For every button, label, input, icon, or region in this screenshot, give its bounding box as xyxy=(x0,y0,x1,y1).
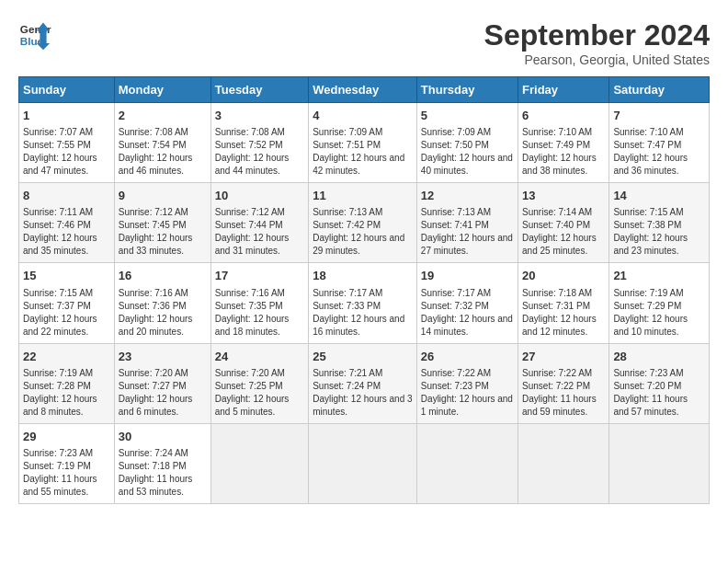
calendar-subtitle: Pearson, Georgia, United States xyxy=(484,52,710,67)
day-number: 3 xyxy=(215,108,304,124)
calendar-cell: 19Sunrise: 7:17 AMSunset: 7:32 PMDayligh… xyxy=(416,263,518,343)
day-number: 13 xyxy=(522,188,605,204)
day-number: 12 xyxy=(421,188,514,204)
calendar-cell: 8Sunrise: 7:11 AMSunset: 7:46 PMDaylight… xyxy=(19,183,115,263)
day-number: 29 xyxy=(23,429,110,445)
generalblue-logo-icon: General Blue xyxy=(18,18,51,52)
calendar-cell: 29Sunrise: 7:23 AMSunset: 7:19 PMDayligh… xyxy=(19,423,115,503)
weekday-header-thursday: Thursday xyxy=(416,77,518,103)
day-number: 5 xyxy=(421,108,514,124)
cell-content: Sunrise: 7:22 AMSunset: 7:23 PMDaylight:… xyxy=(421,367,514,419)
calendar-cell: 11Sunrise: 7:13 AMSunset: 7:42 PMDayligh… xyxy=(309,183,417,263)
cell-content: Sunrise: 7:16 AMSunset: 7:36 PMDaylight:… xyxy=(119,287,207,339)
calendar-cell: 26Sunrise: 7:22 AMSunset: 7:23 PMDayligh… xyxy=(416,343,518,423)
calendar-cell: 4Sunrise: 7:09 AMSunset: 7:51 PMDaylight… xyxy=(309,103,417,183)
weekday-header-row: SundayMondayTuesdayWednesdayThursdayFrid… xyxy=(19,77,710,103)
calendar-cell: 15Sunrise: 7:15 AMSunset: 7:37 PMDayligh… xyxy=(19,263,115,343)
day-number: 18 xyxy=(313,268,413,284)
calendar-cell: 22Sunrise: 7:19 AMSunset: 7:28 PMDayligh… xyxy=(19,343,115,423)
calendar-cell xyxy=(609,423,710,503)
day-number: 10 xyxy=(215,188,304,204)
calendar-cell: 14Sunrise: 7:15 AMSunset: 7:38 PMDayligh… xyxy=(609,183,710,263)
day-number: 20 xyxy=(522,268,605,284)
day-number: 17 xyxy=(215,268,304,284)
calendar-cell: 6Sunrise: 7:10 AMSunset: 7:49 PMDaylight… xyxy=(518,103,609,183)
calendar-cell: 23Sunrise: 7:20 AMSunset: 7:27 PMDayligh… xyxy=(114,343,210,423)
calendar-cell: 9Sunrise: 7:12 AMSunset: 7:45 PMDaylight… xyxy=(114,183,210,263)
calendar-cell: 5Sunrise: 7:09 AMSunset: 7:50 PMDaylight… xyxy=(416,103,518,183)
cell-content: Sunrise: 7:12 AMSunset: 7:45 PMDaylight:… xyxy=(119,206,207,258)
day-number: 14 xyxy=(613,188,705,204)
day-number: 22 xyxy=(23,349,110,365)
day-number: 16 xyxy=(119,268,207,284)
cell-content: Sunrise: 7:17 AMSunset: 7:32 PMDaylight:… xyxy=(421,287,514,339)
calendar-cell: 30Sunrise: 7:24 AMSunset: 7:18 PMDayligh… xyxy=(114,423,210,503)
calendar-cell xyxy=(416,423,518,503)
calendar-cell: 21Sunrise: 7:19 AMSunset: 7:29 PMDayligh… xyxy=(609,263,710,343)
calendar-cell: 25Sunrise: 7:21 AMSunset: 7:24 PMDayligh… xyxy=(309,343,417,423)
calendar-cell: 28Sunrise: 7:23 AMSunset: 7:20 PMDayligh… xyxy=(609,343,710,423)
cell-content: Sunrise: 7:22 AMSunset: 7:22 PMDaylight:… xyxy=(522,367,605,419)
calendar-week-row: 1Sunrise: 7:07 AMSunset: 7:55 PMDaylight… xyxy=(19,103,710,183)
calendar-cell: 24Sunrise: 7:20 AMSunset: 7:25 PMDayligh… xyxy=(210,343,308,423)
cell-content: Sunrise: 7:20 AMSunset: 7:27 PMDaylight:… xyxy=(119,367,207,419)
title-block: September 2024 Pearson, Georgia, United … xyxy=(484,18,710,67)
calendar-cell: 10Sunrise: 7:12 AMSunset: 7:44 PMDayligh… xyxy=(210,183,308,263)
day-number: 1 xyxy=(23,108,110,124)
cell-content: Sunrise: 7:13 AMSunset: 7:41 PMDaylight:… xyxy=(421,206,514,258)
weekday-header-saturday: Saturday xyxy=(609,77,710,103)
day-number: 7 xyxy=(613,108,705,124)
cell-content: Sunrise: 7:21 AMSunset: 7:24 PMDaylight:… xyxy=(313,367,413,419)
cell-content: Sunrise: 7:11 AMSunset: 7:46 PMDaylight:… xyxy=(23,206,110,258)
cell-content: Sunrise: 7:08 AMSunset: 7:54 PMDaylight:… xyxy=(119,126,207,178)
calendar-table: SundayMondayTuesdayWednesdayThursdayFrid… xyxy=(18,76,710,504)
cell-content: Sunrise: 7:23 AMSunset: 7:19 PMDaylight:… xyxy=(23,447,110,499)
day-number: 23 xyxy=(119,349,207,365)
calendar-cell: 1Sunrise: 7:07 AMSunset: 7:55 PMDaylight… xyxy=(19,103,115,183)
day-number: 4 xyxy=(313,108,413,124)
day-number: 25 xyxy=(313,349,413,365)
day-number: 9 xyxy=(119,188,207,204)
weekday-header-monday: Monday xyxy=(114,77,210,103)
cell-content: Sunrise: 7:09 AMSunset: 7:50 PMDaylight:… xyxy=(421,126,514,178)
calendar-cell: 27Sunrise: 7:22 AMSunset: 7:22 PMDayligh… xyxy=(518,343,609,423)
day-number: 27 xyxy=(522,349,605,365)
weekday-header-friday: Friday xyxy=(518,77,609,103)
calendar-cell: 2Sunrise: 7:08 AMSunset: 7:54 PMDaylight… xyxy=(114,103,210,183)
weekday-header-tuesday: Tuesday xyxy=(210,77,308,103)
calendar-cell: 18Sunrise: 7:17 AMSunset: 7:33 PMDayligh… xyxy=(309,263,417,343)
calendar-cell: 7Sunrise: 7:10 AMSunset: 7:47 PMDaylight… xyxy=(609,103,710,183)
day-number: 6 xyxy=(522,108,605,124)
cell-content: Sunrise: 7:09 AMSunset: 7:51 PMDaylight:… xyxy=(313,126,413,178)
calendar-cell: 12Sunrise: 7:13 AMSunset: 7:41 PMDayligh… xyxy=(416,183,518,263)
calendar-title: September 2024 xyxy=(484,18,710,52)
calendar-cell xyxy=(210,423,308,503)
calendar-cell: 20Sunrise: 7:18 AMSunset: 7:31 PMDayligh… xyxy=(518,263,609,343)
cell-content: Sunrise: 7:12 AMSunset: 7:44 PMDaylight:… xyxy=(215,206,304,258)
day-number: 28 xyxy=(613,349,705,365)
day-number: 8 xyxy=(23,188,110,204)
cell-content: Sunrise: 7:07 AMSunset: 7:55 PMDaylight:… xyxy=(23,126,110,178)
cell-content: Sunrise: 7:08 AMSunset: 7:52 PMDaylight:… xyxy=(215,126,304,178)
cell-content: Sunrise: 7:19 AMSunset: 7:28 PMDaylight:… xyxy=(23,367,110,419)
calendar-cell: 16Sunrise: 7:16 AMSunset: 7:36 PMDayligh… xyxy=(114,263,210,343)
calendar-cell: 17Sunrise: 7:16 AMSunset: 7:35 PMDayligh… xyxy=(210,263,308,343)
day-number: 2 xyxy=(119,108,207,124)
cell-content: Sunrise: 7:17 AMSunset: 7:33 PMDaylight:… xyxy=(313,287,413,339)
calendar-week-row: 15Sunrise: 7:15 AMSunset: 7:37 PMDayligh… xyxy=(19,263,710,343)
cell-content: Sunrise: 7:20 AMSunset: 7:25 PMDaylight:… xyxy=(215,367,304,419)
cell-content: Sunrise: 7:10 AMSunset: 7:47 PMDaylight:… xyxy=(613,126,705,178)
calendar-week-row: 8Sunrise: 7:11 AMSunset: 7:46 PMDaylight… xyxy=(19,183,710,263)
calendar-week-row: 29Sunrise: 7:23 AMSunset: 7:19 PMDayligh… xyxy=(19,423,710,503)
day-number: 21 xyxy=(613,268,705,284)
cell-content: Sunrise: 7:13 AMSunset: 7:42 PMDaylight:… xyxy=(313,206,413,258)
logo: General Blue xyxy=(18,18,51,52)
day-number: 15 xyxy=(23,268,110,284)
cell-content: Sunrise: 7:15 AMSunset: 7:38 PMDaylight:… xyxy=(613,206,705,258)
cell-content: Sunrise: 7:19 AMSunset: 7:29 PMDaylight:… xyxy=(613,287,705,339)
cell-content: Sunrise: 7:24 AMSunset: 7:18 PMDaylight:… xyxy=(119,447,207,499)
day-number: 19 xyxy=(421,268,514,284)
cell-content: Sunrise: 7:23 AMSunset: 7:20 PMDaylight:… xyxy=(613,367,705,419)
calendar-cell xyxy=(518,423,609,503)
calendar-cell: 13Sunrise: 7:14 AMSunset: 7:40 PMDayligh… xyxy=(518,183,609,263)
